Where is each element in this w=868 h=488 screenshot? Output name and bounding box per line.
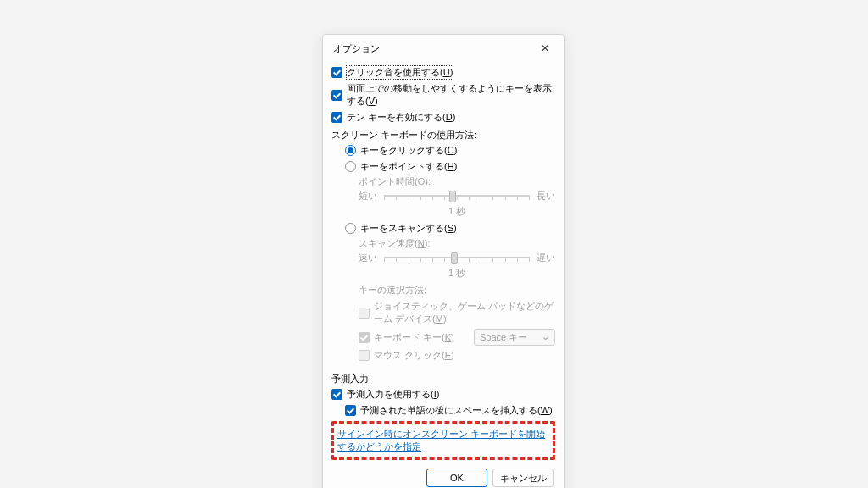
- keyboard-key-checkbox: [359, 332, 370, 343]
- use-prediction-checkbox[interactable]: [331, 389, 342, 400]
- click-sound-row[interactable]: クリック音を使用する(U): [331, 65, 555, 80]
- keyboard-key-row: キーボード キー(K) Space キー: [331, 328, 555, 347]
- scan-slider-area: スキャン速度(N): 速い 遅い 1 秒: [331, 237, 555, 280]
- radio-hover-label: キーをポイントする(H): [360, 160, 457, 173]
- hover-slider-title: ポイント時間(O):: [359, 175, 555, 188]
- dialog-content: クリック音を使用する(U) 画面上での移動をしやすくするようにキーを表示する(V…: [323, 60, 564, 488]
- radio-click-row[interactable]: キーをクリックする(C): [331, 143, 555, 158]
- numeric-keypad-row[interactable]: テン キーを有効にする(D): [331, 110, 555, 125]
- insert-space-row[interactable]: 予測された単語の後にスペースを挿入する(W): [331, 403, 555, 418]
- radio-click-label: キーをクリックする(C): [360, 144, 457, 157]
- show-keys-label: 画面上での移動をしやすくするようにキーを表示する(V): [347, 82, 555, 108]
- hover-max-label: 長い: [535, 190, 555, 202]
- scan-max-label: 遅い: [535, 252, 555, 264]
- hover-slider-area: ポイント時間(O): 短い 長い 1 秒: [331, 175, 555, 218]
- hover-slider: [384, 188, 530, 203]
- radio-scan[interactable]: [345, 223, 356, 234]
- scan-slider-value: 1 秒: [359, 267, 555, 280]
- hover-slider-value: 1 秒: [359, 205, 555, 218]
- close-icon: ✕: [541, 42, 549, 54]
- scan-min-label: 速い: [359, 252, 379, 264]
- mouse-click-checkbox: [359, 350, 370, 361]
- hover-min-label: 短い: [359, 190, 379, 202]
- close-button[interactable]: ✕: [533, 40, 557, 57]
- numeric-keypad-label: テン キーを有効にする(D): [347, 111, 455, 124]
- use-prediction-row[interactable]: 予測入力を使用する(I): [331, 387, 555, 402]
- joystick-label: ジョイスティック、ゲーム パッドなどのゲーム デバイス(M): [374, 300, 555, 325]
- ok-button[interactable]: OK: [426, 469, 487, 487]
- keyboard-key-label: キーボード キー(K): [374, 331, 454, 344]
- radio-scan-label: キーをスキャンする(S): [360, 222, 457, 235]
- radio-hover-row[interactable]: キーをポイントする(H): [331, 159, 555, 174]
- cancel-button[interactable]: キャンセル: [492, 469, 554, 487]
- insert-space-checkbox[interactable]: [345, 405, 356, 416]
- predict-section-title: 予測入力:: [331, 373, 555, 385]
- show-keys-row[interactable]: 画面上での移動をしやすくするようにキーを表示する(V): [331, 81, 555, 108]
- title-bar: オプション ✕: [323, 35, 564, 60]
- keyboard-key-dropdown: Space キー: [474, 329, 555, 346]
- radio-hover[interactable]: [345, 161, 356, 172]
- dialog-title: オプション: [333, 42, 380, 55]
- joystick-checkbox: [359, 308, 370, 319]
- mouse-click-label: マウス クリック(E): [374, 349, 454, 362]
- insert-space-label: 予測された単語の後にスペースを挿入する(W): [360, 404, 553, 417]
- radio-click[interactable]: [345, 145, 356, 156]
- joystick-row: ジョイスティック、ゲーム パッドなどのゲーム デバイス(M): [331, 299, 555, 326]
- numeric-keypad-checkbox[interactable]: [331, 112, 342, 123]
- mouse-click-row: マウス クリック(E): [331, 348, 555, 363]
- click-sound-label: クリック音を使用する(U): [347, 66, 453, 79]
- select-method-title: キーの選択方法:: [331, 283, 555, 297]
- use-prediction-label: 予測入力を使用する(I): [347, 388, 439, 401]
- usage-section-title: スクリーン キーボードの使用方法:: [331, 129, 555, 141]
- button-row: OK キャンセル: [331, 465, 555, 488]
- scan-slider-title: スキャン速度(N):: [359, 237, 555, 250]
- scan-slider: [384, 250, 530, 265]
- click-sound-checkbox[interactable]: [331, 67, 342, 78]
- signin-link-highlight: サインイン時にオンスクリーン キーボードを開始するかどうかを指定: [331, 421, 555, 460]
- radio-scan-row[interactable]: キーをスキャンする(S): [331, 221, 555, 236]
- show-keys-checkbox[interactable]: [331, 90, 342, 101]
- options-dialog: オプション ✕ クリック音を使用する(U) 画面上での移動をしやすくするようにキ…: [322, 34, 565, 488]
- signin-link[interactable]: サインイン時にオンスクリーン キーボードを開始するかどうかを指定: [337, 429, 545, 452]
